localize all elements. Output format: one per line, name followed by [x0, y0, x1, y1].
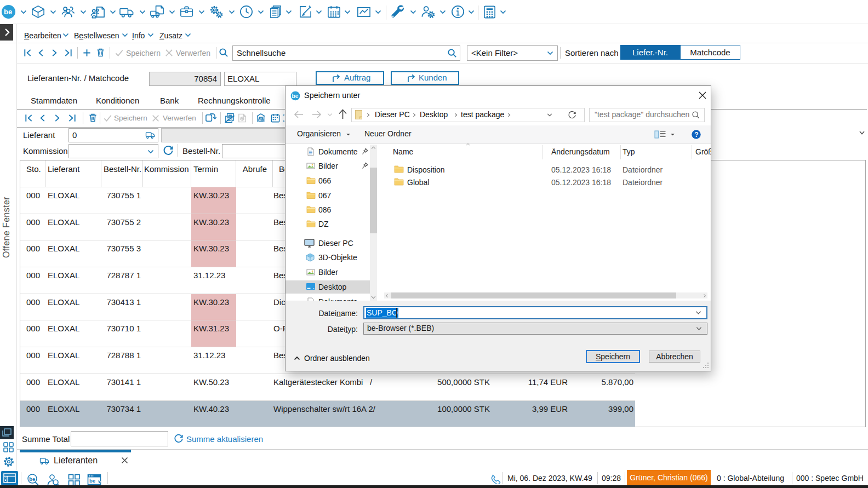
svg-text:be: be	[29, 476, 35, 482]
svg-text:be: be	[89, 478, 95, 484]
svg-text:be: be	[292, 93, 299, 99]
svg-text:?: ?	[694, 131, 698, 139]
svg-text:be: be	[4, 8, 12, 16]
